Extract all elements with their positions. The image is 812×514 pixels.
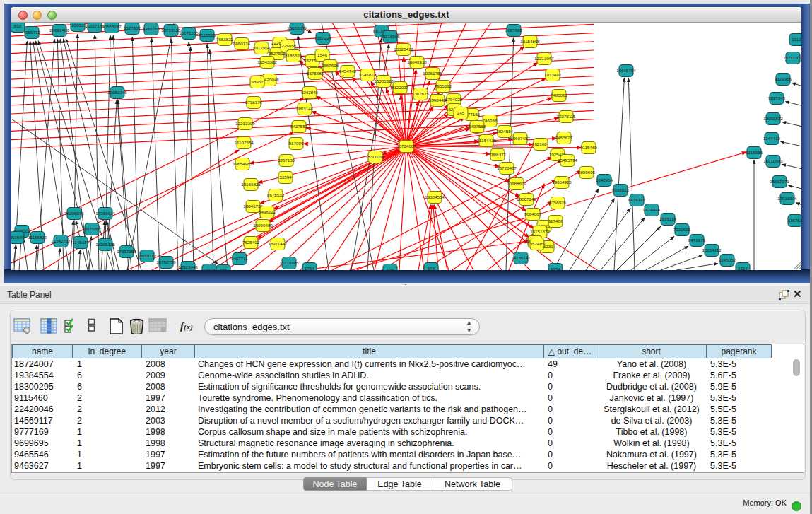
svg-text:8912954: 8912954 — [253, 45, 271, 50]
svg-text:10654112: 10654112 — [702, 247, 722, 252]
svg-text:175: 175 — [387, 267, 394, 270]
svg-text:18300295: 18300295 — [365, 154, 385, 159]
svg-text:8678533: 8678533 — [267, 192, 285, 197]
svg-text:9463627: 9463627 — [555, 135, 573, 140]
svg-text:2935114: 2935114 — [659, 216, 676, 221]
svg-text:16671355: 16671355 — [179, 30, 199, 35]
svg-text:850: 850 — [14, 23, 22, 28]
svg-text:2087682: 2087682 — [505, 28, 523, 33]
svg-text:9756928: 9756928 — [549, 200, 567, 205]
svg-text:9242848: 9242848 — [301, 90, 319, 95]
svg-text:3215953: 3215953 — [746, 150, 763, 155]
svg-text:1546: 1546 — [317, 52, 327, 57]
svg-text:8186328: 8186328 — [285, 53, 302, 58]
svg-text:14136141: 14136141 — [511, 255, 531, 260]
svg-text:98967: 98967 — [251, 79, 264, 84]
svg-text:8498222: 8498222 — [259, 209, 276, 214]
svg-text:974: 974 — [428, 266, 435, 270]
svg-text:20206576: 20206576 — [64, 211, 84, 216]
svg-text:21364436: 21364436 — [476, 138, 496, 143]
svg-text:7663822: 7663822 — [216, 37, 234, 42]
svg-text:10961755: 10961755 — [423, 71, 442, 76]
svg-text:20053346: 20053346 — [107, 90, 127, 95]
svg-text:13325419: 13325419 — [394, 47, 413, 52]
svg-text:7357224: 7357224 — [314, 35, 332, 40]
svg-text:16154808: 16154808 — [520, 39, 540, 44]
svg-text:9899695: 9899695 — [578, 170, 596, 175]
svg-text:8322037: 8322037 — [392, 85, 409, 90]
svg-text:245: 245 — [457, 110, 465, 115]
svg-text:4055712: 4055712 — [23, 30, 41, 35]
svg-text:8427552: 8427552 — [290, 124, 308, 129]
svg-text:17359924: 17359924 — [95, 211, 115, 216]
svg-text:19166825: 19166825 — [241, 182, 261, 187]
svg-text:12923: 12923 — [203, 267, 216, 270]
svg-text:15751074: 15751074 — [783, 55, 801, 60]
svg-text:18724007: 18724007 — [396, 144, 416, 148]
svg-text:1527602: 1527602 — [124, 25, 141, 30]
svg-text:7932621: 7932621 — [673, 227, 691, 232]
svg-text:16640910: 16640910 — [407, 59, 427, 64]
svg-text:62160: 62160 — [534, 141, 547, 146]
svg-text:12213967: 12213967 — [534, 56, 554, 61]
svg-text:16099489: 16099489 — [253, 223, 273, 228]
svg-text:16210643: 16210643 — [763, 158, 783, 163]
svg-text:10958107: 10958107 — [137, 253, 157, 258]
svg-text:15720407: 15720407 — [497, 165, 517, 170]
svg-text:3226058: 3226058 — [279, 43, 297, 48]
svg-text:8454749: 8454749 — [339, 69, 357, 74]
svg-text:9324: 9324 — [738, 266, 748, 270]
svg-text:7515526: 7515526 — [199, 33, 216, 37]
svg-text:8938923: 8938923 — [612, 187, 630, 192]
svg-text:8990448: 8990448 — [429, 98, 447, 103]
svg-text:9146821: 9146821 — [359, 72, 377, 77]
svg-text:19218506: 19218506 — [380, 34, 400, 39]
svg-text:3267130: 3267130 — [278, 158, 295, 163]
svg-text:1244419: 1244419 — [763, 136, 781, 141]
svg-text:7485063: 7485063 — [551, 93, 568, 98]
svg-text:16911447: 16911447 — [268, 241, 288, 246]
svg-text:991540: 991540 — [11, 235, 25, 240]
svg-text:9084067: 9084067 — [524, 211, 542, 216]
svg-text:16151372: 16151372 — [530, 229, 550, 234]
svg-text:16107554: 16107554 — [234, 140, 254, 145]
svg-text:9129966: 9129966 — [775, 76, 792, 81]
svg-text:6466160: 6466160 — [143, 26, 160, 31]
svg-text:19384554: 19384554 — [425, 194, 445, 199]
svg-text:1145114: 1145114 — [72, 240, 89, 245]
svg-text:7955812: 7955812 — [435, 83, 452, 88]
svg-text:15495794: 15495794 — [558, 158, 577, 163]
svg-text:116753: 116753 — [788, 218, 801, 223]
svg-text:2718176: 2718176 — [245, 100, 263, 105]
svg-text:1640954: 1640954 — [596, 177, 613, 182]
svg-text:2867608: 2867608 — [322, 63, 339, 68]
svg-text:9115460: 9115460 — [580, 145, 597, 150]
svg-text:15692971: 15692971 — [770, 179, 789, 184]
svg-text:2803144: 2803144 — [296, 106, 314, 111]
svg-text:17957255: 17957255 — [117, 249, 136, 254]
svg-text:12905135: 12905135 — [95, 242, 115, 247]
svg-text:17016504: 17016504 — [777, 196, 797, 201]
svg-text:6479197: 6479197 — [628, 197, 646, 202]
svg-text:7886372: 7886372 — [489, 152, 507, 157]
svg-text:9254: 9254 — [551, 267, 560, 270]
svg-text:18807249: 18807249 — [517, 197, 536, 201]
svg-text:16033809: 16033809 — [287, 25, 307, 30]
svg-text:15388520: 15388520 — [374, 78, 394, 83]
svg-text:10719185: 10719185 — [161, 28, 181, 33]
svg-text:13524851: 13524851 — [527, 241, 547, 246]
svg-text:16543382: 16543382 — [257, 59, 277, 64]
svg-text:10607487: 10607487 — [510, 136, 530, 141]
svg-text:917466: 917466 — [548, 218, 563, 223]
svg-text:1764: 1764 — [305, 266, 314, 270]
svg-text:1973493: 1973493 — [544, 72, 562, 77]
svg-text:11156829: 11156829 — [28, 235, 47, 240]
svg-text:9457771: 9457771 — [231, 256, 249, 261]
svg-text:10688609: 10688609 — [507, 181, 526, 186]
svg-text:6497568: 6497568 — [469, 124, 486, 129]
svg-text:12923446: 12923446 — [178, 264, 198, 269]
svg-text:12342737: 12342737 — [51, 238, 71, 243]
svg-text:3824554: 3824554 — [496, 129, 514, 134]
svg-text:53594: 53594 — [279, 175, 292, 180]
svg-text:12213309: 12213309 — [235, 121, 255, 126]
